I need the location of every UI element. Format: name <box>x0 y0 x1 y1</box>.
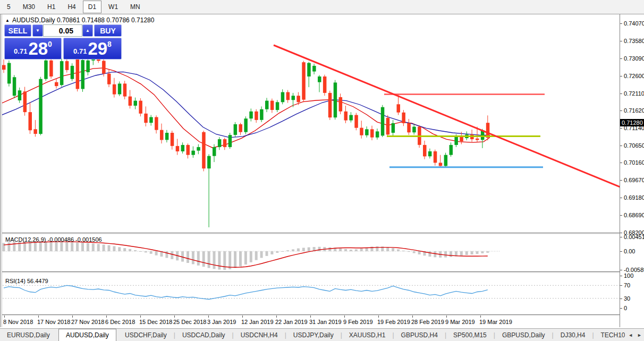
timeframe-toolbar: 5M30H1H4D1W1MN <box>0 0 644 14</box>
candle-body <box>65 61 69 70</box>
price-axis-tick <box>620 146 622 146</box>
candle-body <box>376 131 379 137</box>
time-axis-label: 19 Mar 2019 <box>479 319 512 325</box>
candle-body <box>113 84 116 95</box>
tab-gbpusd-h4[interactable]: GBPUSD,H4 <box>394 329 445 341</box>
chart-title-text: AUDUSD,Daily 0.70861 0.71488 0.70786 0.7… <box>12 16 155 24</box>
tab-usdjpy-daily[interactable]: USDJPY,Daily <box>286 329 341 341</box>
candle-body <box>354 115 358 128</box>
macd-histogram-bar <box>113 246 115 252</box>
volume-increase-button[interactable]: ▲ <box>82 24 93 37</box>
tab-eurusd-daily[interactable]: EURUSD,Daily <box>0 329 57 341</box>
rsi-pane[interactable] <box>0 274 620 314</box>
candle-body <box>86 61 90 72</box>
candle-body <box>39 79 43 134</box>
buy-price-prefix: 0.71 <box>73 47 87 55</box>
candle-body <box>365 129 369 135</box>
tab-usdcnh-h4[interactable]: USDCNH,H4 <box>234 329 285 341</box>
candle-body <box>244 118 248 132</box>
timeframe-button-w1[interactable]: W1 <box>103 1 123 13</box>
tab-usdchf-daily[interactable]: USDCHF,Daily <box>118 329 174 341</box>
macd-histogram-bar <box>165 251 168 258</box>
macd-histogram-bar <box>244 251 247 265</box>
price-axis-tick <box>620 23 622 24</box>
macd-histogram-bar <box>318 247 321 251</box>
timeframe-button-h1[interactable]: H1 <box>42 1 61 13</box>
chart-tab-bar: EURUSD,Daily AUDUSD,Daily USDCHF,Daily|U… <box>0 328 644 341</box>
candle-body <box>260 109 264 120</box>
sell-price-button[interactable]: 0.71 28 0 <box>4 38 62 59</box>
macd-histogram-bar <box>150 251 152 254</box>
volume-decrease-button[interactable]: ▼ <box>32 24 43 37</box>
candle-body <box>149 117 153 123</box>
macd-histogram-bar <box>145 251 147 252</box>
macd-axis-tick <box>620 270 622 270</box>
price-axis-label: 0.71620 <box>624 107 644 114</box>
timeframe-button-5[interactable]: 5 <box>2 1 16 13</box>
macd-histogram-bar <box>60 242 63 251</box>
tab-gbpusd-daily[interactable]: GBPUSD,Daily <box>495 329 552 341</box>
price-axis-tick <box>620 163 622 163</box>
collapse-panel-icon[interactable]: ▲ <box>5 18 10 23</box>
candle-body <box>292 96 295 100</box>
candle-body <box>423 145 427 157</box>
candle-body <box>255 112 258 120</box>
tab-sp500-m15[interactable]: SP500,M15 <box>446 329 494 341</box>
price-axis-label: 0.69670 <box>624 177 644 183</box>
rsi-axis-label: 30 <box>624 295 630 302</box>
volume-input[interactable] <box>43 24 82 37</box>
candle-body <box>144 114 148 123</box>
macd-histogram-bar <box>292 249 294 251</box>
macd-histogram-bar <box>228 251 231 269</box>
time-axis-label: 25 Dec 2018 <box>173 319 206 325</box>
macd-histogram-bar <box>471 251 473 254</box>
time-axis-tick <box>106 316 107 318</box>
candle-body <box>360 128 363 135</box>
macd-axis-tick <box>620 251 622 252</box>
timeframe-button-mn[interactable]: MN <box>125 1 146 13</box>
candle-body <box>444 155 448 166</box>
macd-histogram-bar <box>465 251 468 255</box>
tab-audusd-daily[interactable]: AUDUSD,Daily <box>58 329 116 341</box>
candle-body <box>129 97 132 106</box>
macd-axis-tick <box>620 237 622 237</box>
macd-histogram-bar <box>192 251 194 264</box>
tab-dj30-h4[interactable]: DJ30,H4 <box>554 329 592 341</box>
candle-body <box>281 92 285 103</box>
candle-body <box>334 82 337 117</box>
macd-histogram-bar <box>481 251 484 253</box>
tab-usdcad-daily[interactable]: USDCAD,Daily <box>175 329 232 341</box>
timeframe-button-m30[interactable]: M30 <box>18 1 40 13</box>
candle-body <box>323 76 327 93</box>
candle-body <box>276 102 279 110</box>
candle-body <box>207 156 211 169</box>
candle-body <box>2 65 6 70</box>
buy-button[interactable]: BUY <box>94 24 122 37</box>
tabs-scroll-left-icon[interactable]: ◄ <box>628 333 633 338</box>
sell-button[interactable]: SELL <box>4 24 31 37</box>
tabs-scroll-right-icon[interactable]: ► <box>637 333 642 338</box>
candle-body <box>397 104 401 112</box>
price-axis-tick <box>620 58 622 59</box>
candle-body <box>328 93 332 117</box>
timeframe-button-h4[interactable]: H4 <box>62 1 81 13</box>
candle-body <box>386 118 390 135</box>
buy-price-button[interactable]: 0.71 29 8 <box>63 38 122 59</box>
time-axis-tick <box>4 316 5 318</box>
candle-body <box>454 137 458 145</box>
macd-histogram-bar <box>239 251 242 267</box>
tab-xauusd-h1[interactable]: XAUUSD,H1 <box>342 329 393 341</box>
time-axis[interactable]: 8 Nov 201817 Nov 201827 Nov 20186 Dec 20… <box>0 316 620 327</box>
macd-histogram-bar <box>55 242 58 251</box>
candle-body <box>307 63 311 77</box>
time-axis-tick <box>446 316 447 318</box>
price-axis-tick <box>620 110 622 111</box>
price-axis[interactable]: 0.740700.735800.730900.726000.721100.716… <box>620 14 644 327</box>
macd-histogram-bar <box>87 243 89 252</box>
macd-histogram-bar <box>92 243 95 251</box>
time-axis-label: 6 Dec 2018 <box>105 319 135 325</box>
candle-body <box>71 66 74 79</box>
time-axis-label: 9 Mar 2019 <box>445 319 475 325</box>
candle-body <box>55 82 58 86</box>
timeframe-button-d1[interactable]: D1 <box>83 1 101 13</box>
